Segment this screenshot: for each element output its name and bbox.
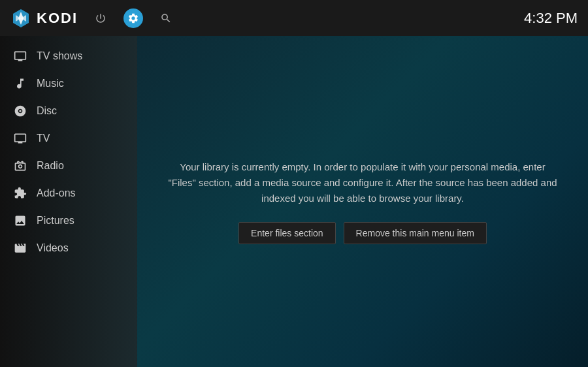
settings-button[interactable] xyxy=(123,8,143,28)
enter-files-button[interactable]: Enter files section xyxy=(238,222,336,244)
top-icons xyxy=(91,8,176,28)
add-ons-icon xyxy=(13,186,27,200)
music-icon xyxy=(13,76,27,91)
sidebar-item-pictures[interactable]: Pictures xyxy=(0,207,137,234)
tv-shows-icon xyxy=(13,49,27,63)
search-button[interactable] xyxy=(156,8,176,28)
sidebar-item-tv[interactable]: TV xyxy=(0,125,137,152)
app-name: KODI xyxy=(37,10,78,27)
logo-area: KODI xyxy=(10,8,78,29)
sidebar: TV shows Music Disc xyxy=(0,36,137,367)
power-button[interactable] xyxy=(91,8,110,28)
sidebar-item-disc[interactable]: Disc xyxy=(0,97,137,125)
pictures-icon xyxy=(13,214,27,228)
radio-icon xyxy=(13,159,27,173)
tv-label: TV xyxy=(37,133,50,144)
videos-label: Videos xyxy=(37,242,69,254)
kodi-logo-icon xyxy=(10,8,31,29)
add-ons-label: Add-ons xyxy=(37,187,76,199)
tv-shows-label: TV shows xyxy=(37,50,82,62)
main-content: TV shows Music Disc xyxy=(0,36,588,367)
music-label: Music xyxy=(37,78,64,89)
sidebar-item-music[interactable]: Music xyxy=(0,70,137,97)
message-box: Your library is currently empty. In orde… xyxy=(154,146,572,257)
sidebar-item-radio[interactable]: Radio xyxy=(0,152,137,180)
disc-icon xyxy=(13,104,27,118)
disc-label: Disc xyxy=(37,105,57,117)
remove-menu-item-button[interactable]: Remove this main menu item xyxy=(344,222,487,244)
action-buttons: Enter files section Remove this main men… xyxy=(167,222,559,244)
library-empty-message: Your library is currently empty. In orde… xyxy=(167,159,559,206)
radio-label: Radio xyxy=(37,160,64,172)
videos-icon xyxy=(13,241,27,255)
sidebar-item-videos[interactable]: Videos xyxy=(0,234,137,262)
tv-icon xyxy=(13,131,27,146)
clock-display: 4:32 PM xyxy=(524,10,578,27)
sidebar-item-tv-shows[interactable]: TV shows xyxy=(0,42,137,70)
sidebar-item-add-ons[interactable]: Add-ons xyxy=(0,180,137,207)
top-bar: KODI 4:32 PM xyxy=(0,0,588,36)
content-area: Your library is currently empty. In orde… xyxy=(137,36,588,367)
pictures-label: Pictures xyxy=(37,215,74,227)
